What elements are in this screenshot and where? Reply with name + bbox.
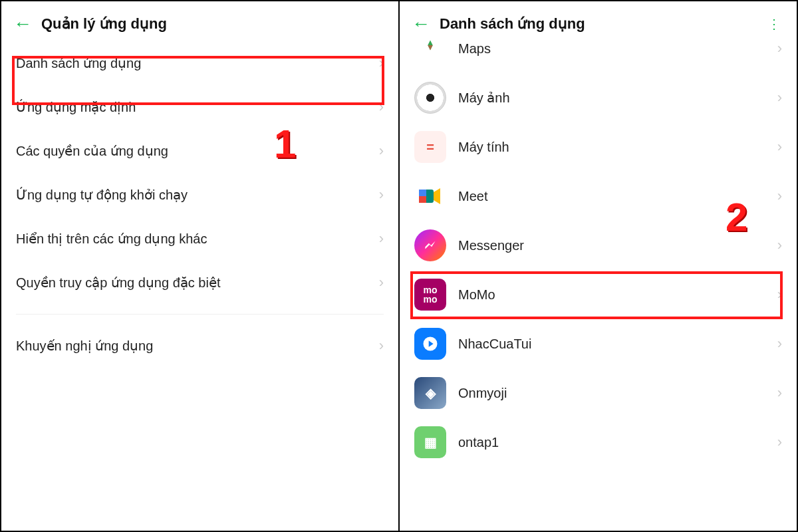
chevron-right-icon: › bbox=[777, 434, 782, 451]
app-row-camera[interactable]: Máy ảnh › bbox=[400, 73, 797, 122]
app-label: Máy tính bbox=[458, 140, 509, 155]
svg-marker-1 bbox=[434, 188, 440, 204]
maps-icon bbox=[414, 33, 446, 65]
chevron-right-icon: › bbox=[777, 40, 782, 57]
app-row-onmyoji[interactable]: ◈ Onmyoji › bbox=[400, 368, 797, 418]
menu-label: Các quyền của ứng dụng bbox=[16, 143, 168, 159]
chevron-right-icon: › bbox=[379, 142, 384, 160]
momo-icon: momo bbox=[414, 279, 446, 311]
menu-item-autostart[interactable]: Ứng dụng tự động khởi chạy › bbox=[1, 173, 398, 217]
chevron-right-icon: › bbox=[379, 337, 384, 354]
left-header: ← Quản lý ứng dụng bbox=[1, 1, 398, 41]
chevron-right-icon: › bbox=[777, 138, 782, 156]
calculator-icon: = bbox=[414, 131, 446, 163]
menu-item-app-list[interactable]: Danh sách ứng dụng › bbox=[1, 41, 398, 85]
app-row-ontap[interactable]: ▦ ontap1 › bbox=[400, 418, 797, 467]
left-pane: ← Quản lý ứng dụng Danh sách ứng dụng › … bbox=[1, 1, 398, 531]
onmyoji-icon: ◈ bbox=[414, 377, 446, 409]
app-row-meet[interactable]: Meet › bbox=[400, 172, 797, 221]
ontap-icon: ▦ bbox=[414, 426, 446, 458]
chevron-right-icon: › bbox=[379, 230, 384, 247]
nhaccuatui-icon bbox=[414, 328, 446, 360]
chevron-right-icon: › bbox=[379, 55, 384, 72]
camera-icon bbox=[414, 82, 446, 114]
svg-rect-2 bbox=[419, 190, 426, 196]
menu-label: Ứng dụng mặc định bbox=[16, 99, 136, 115]
divider bbox=[16, 314, 384, 315]
app-row-momo[interactable]: momo MoMo › bbox=[400, 270, 797, 319]
menu-item-recommend[interactable]: Khuyến nghị ứng dụng › bbox=[1, 324, 398, 368]
back-icon[interactable]: ← bbox=[412, 15, 430, 33]
chevron-right-icon: › bbox=[777, 335, 782, 352]
meet-icon bbox=[414, 180, 446, 212]
menu-item-app-permissions[interactable]: Các quyền của ứng dụng › bbox=[1, 129, 398, 173]
menu-label: Quyền truy cập ứng dụng đặc biệt bbox=[16, 275, 220, 291]
tutorial-container: ← Quản lý ứng dụng Danh sách ứng dụng › … bbox=[0, 0, 798, 532]
app-label: ontap1 bbox=[458, 435, 499, 450]
app-row-messenger[interactable]: Messenger › bbox=[400, 221, 797, 270]
right-title: Danh sách ứng dụng bbox=[440, 15, 585, 33]
menu-label: Danh sách ứng dụng bbox=[16, 55, 141, 71]
app-row-calculator[interactable]: = Máy tính › bbox=[400, 122, 797, 172]
menu-item-display-over[interactable]: Hiển thị trên các ứng dụng khác › bbox=[1, 217, 398, 261]
app-label: NhacCuaTui bbox=[458, 336, 531, 352]
app-row-nhaccuatui[interactable]: NhacCuaTui › bbox=[400, 319, 797, 368]
more-icon[interactable]: ⋮ bbox=[767, 16, 785, 32]
left-title: Quản lý ứng dụng bbox=[41, 15, 167, 33]
chevron-right-icon: › bbox=[777, 188, 782, 205]
svg-rect-3 bbox=[419, 196, 426, 203]
chevron-right-icon: › bbox=[777, 89, 782, 106]
app-label: Maps bbox=[458, 41, 491, 57]
chevron-right-icon: › bbox=[777, 237, 782, 254]
app-label: Messenger bbox=[458, 238, 524, 253]
menu-label: Khuyến nghị ứng dụng bbox=[16, 338, 153, 354]
app-label: Meet bbox=[458, 189, 487, 204]
chevron-right-icon: › bbox=[777, 384, 782, 402]
messenger-icon bbox=[414, 229, 446, 261]
back-icon[interactable]: ← bbox=[13, 15, 32, 33]
menu-item-default-apps[interactable]: Ứng dụng mặc định › bbox=[1, 85, 398, 129]
menu-item-special-access[interactable]: Quyền truy cập ứng dụng đặc biệt › bbox=[1, 261, 398, 305]
right-pane: ← Danh sách ứng dụng ⋮ Maps › Máy ảnh › … bbox=[398, 1, 797, 531]
app-label: Máy ảnh bbox=[458, 90, 510, 106]
chevron-right-icon: › bbox=[379, 98, 384, 116]
chevron-right-icon: › bbox=[379, 186, 384, 203]
app-label: Onmyoji bbox=[458, 386, 507, 401]
chevron-right-icon: › bbox=[777, 286, 782, 303]
chevron-right-icon: › bbox=[379, 274, 384, 291]
menu-label: Hiển thị trên các ứng dụng khác bbox=[16, 231, 207, 247]
menu-label: Ứng dụng tự động khởi chạy bbox=[16, 187, 188, 203]
app-label: MoMo bbox=[458, 287, 495, 303]
